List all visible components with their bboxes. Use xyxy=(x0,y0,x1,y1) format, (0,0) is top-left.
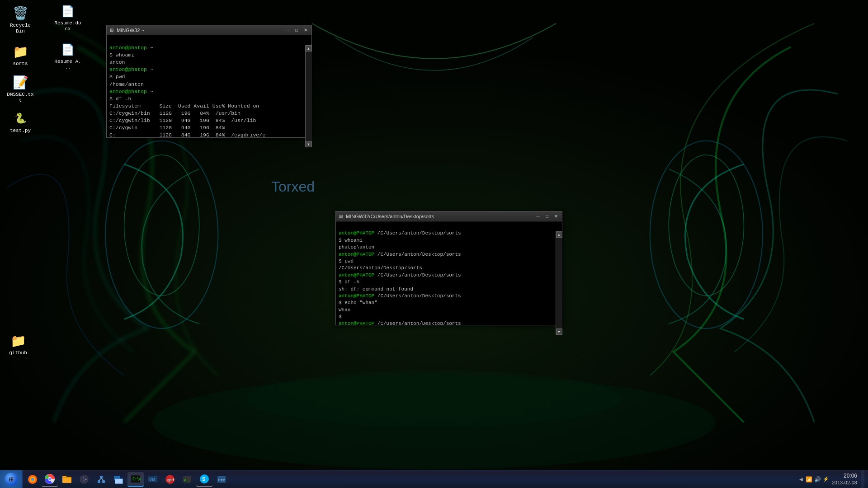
svg-line-24 xyxy=(101,479,104,480)
dnssec-icon[interactable]: 📝 DNSSEC.txt xyxy=(5,74,36,105)
svg-rect-21 xyxy=(102,480,105,483)
dnssec-img: 📝 xyxy=(13,75,28,90)
cygwin-scrollbar[interactable]: ▲ ▼ xyxy=(305,45,311,147)
systray-expand[interactable]: ◀ xyxy=(799,477,803,482)
systray-icons: 📶 🔊 ⚡ xyxy=(806,476,829,483)
start-button[interactable]: ⊞ xyxy=(0,470,23,488)
cygwin-minimize-button[interactable]: ─ xyxy=(283,27,292,34)
taskbar-git[interactable]: git xyxy=(162,472,178,487)
testpy-label: test.py xyxy=(10,128,31,134)
svg-rect-22 xyxy=(100,476,103,479)
cygwin-window-controls: ─ □ ✕ xyxy=(283,27,310,34)
desktop-icons: 🗑️ Recycle Bin 📁 sorts 📝 DNSSEC.txt 🐍 te… xyxy=(0,0,41,140)
cygwin-scroll-up[interactable]: ▲ xyxy=(306,45,312,52)
svg-text:S: S xyxy=(202,476,205,482)
taskbar-apps: C:\> VM git >_ S xyxy=(23,470,796,488)
taskbar-network[interactable] xyxy=(93,472,109,487)
cygwin-close-button[interactable]: ✕ xyxy=(302,27,310,34)
svg-point-13 xyxy=(48,478,51,480)
svg-rect-27 xyxy=(115,479,123,483)
svg-point-7 xyxy=(246,371,622,427)
testpy-img: 🐍 xyxy=(13,112,28,126)
mingw-scroll-track[interactable] xyxy=(556,238,562,328)
taskbar-skype[interactable]: S xyxy=(196,472,212,487)
svg-text:>_: >_ xyxy=(184,478,189,482)
taskbar: ⊞ xyxy=(0,470,868,488)
resume-docx-icon[interactable]: 📄 Resume.docx xyxy=(52,2,84,34)
taskbar-firefox[interactable] xyxy=(24,472,41,487)
mingw-title-text: ⊞ MINGW32/C/Users/anton/Desktop/sorts xyxy=(338,213,434,220)
mingw-maximize-button[interactable]: □ xyxy=(543,213,551,220)
svg-rect-20 xyxy=(98,480,100,483)
svg-line-23 xyxy=(99,479,101,480)
mingw-scroll-down[interactable]: ▼ xyxy=(556,328,562,335)
taskbar-vmware[interactable]: VM xyxy=(145,472,161,487)
resume-a-img: 📄 xyxy=(61,42,75,57)
cygwin-terminal-content[interactable]: anton@phatop ~ $ whoami anton anton@phat… xyxy=(107,35,311,137)
sorts-icon[interactable]: 📁 sorts xyxy=(5,43,36,69)
resume-a-icon[interactable]: 📄 Resume_A... xyxy=(52,41,84,72)
svg-text:git: git xyxy=(167,478,175,482)
taskbar-media[interactable] xyxy=(76,472,92,487)
taskbar-clock[interactable]: 20:06 2013-02-08 xyxy=(832,473,857,486)
cygwin-title-text: ⊞ MINGW32 ~ xyxy=(108,27,144,33)
svg-rect-16 xyxy=(62,477,71,478)
mingw-scroll-up[interactable]: ▲ xyxy=(556,231,562,238)
taskbar-chrome[interactable] xyxy=(42,472,58,487)
sorts-label: sorts xyxy=(13,61,28,67)
github-icon[interactable]: 📁 github xyxy=(2,332,34,358)
svg-point-19 xyxy=(83,478,85,481)
taskbar-terminal[interactable]: C:\> xyxy=(127,472,144,487)
svg-text:VM: VM xyxy=(149,477,156,482)
mingw-scrollbar[interactable]: ▲ ▼ xyxy=(556,231,562,335)
taskbar-systray: ◀ 📶 🔊 ⚡ 20:06 2013-02-08 xyxy=(796,470,868,488)
dnssec-label: DNSSEC.txt xyxy=(6,92,34,103)
svg-point-10 xyxy=(31,478,34,481)
cygwin-terminal[interactable]: ⊞ MINGW32 ~ ─ □ ✕ anton@phatop ~ $ whoam… xyxy=(106,25,312,138)
resume-docx-img: 📄 xyxy=(61,4,75,19)
cygwin-maximize-button[interactable]: □ xyxy=(292,27,301,34)
resume-docx-label: Resume.docx xyxy=(54,20,82,32)
show-desktop-button[interactable] xyxy=(861,470,864,488)
clock-date: 2013-02-08 xyxy=(832,479,857,486)
mingw-window-title: MINGW32/C/Users/anton/Desktop/sorts xyxy=(346,214,434,219)
mingw-terminal-content[interactable]: anton@PHATOP /C/Users/anton/Desktop/sort… xyxy=(336,221,562,325)
sorts-img: 📁 xyxy=(13,45,28,59)
mingw-window-controls: ─ □ ✕ xyxy=(534,213,560,220)
start-orb: ⊞ xyxy=(5,473,18,486)
cygwin-scroll-track[interactable] xyxy=(306,52,312,141)
testpy-icon[interactable]: 🐍 test.py xyxy=(5,110,36,136)
recycle-bin-label: Recycle Bin xyxy=(6,23,34,34)
resume-a-label: Resume_A... xyxy=(54,59,82,70)
cygwin-titlebar[interactable]: ⊞ MINGW32 ~ ─ □ ✕ xyxy=(107,25,311,35)
recycle-bin-icon[interactable]: 🗑️ Recycle Bin xyxy=(5,5,36,36)
taskbar-explorer[interactable] xyxy=(59,472,75,487)
mingw-close-button[interactable]: ✕ xyxy=(552,213,560,220)
taskbar-putty[interactable]: >_ xyxy=(179,472,195,487)
mingw-minimize-button[interactable]: ─ xyxy=(534,213,542,220)
recycle-bin-img: 🗑️ xyxy=(13,6,28,21)
github-img: 📁 xyxy=(11,334,25,348)
taskbar-ftp[interactable]: FTP xyxy=(213,472,230,487)
taskbar-remote-desktop[interactable] xyxy=(110,472,127,487)
systray-network-icon: 📶 xyxy=(806,476,812,483)
clock-time: 20:06 xyxy=(832,473,857,480)
systray-power-icon: ⚡ xyxy=(823,476,829,482)
cygwin-window-title: MINGW32 ~ xyxy=(117,28,144,33)
github-label: github xyxy=(9,350,27,356)
systray-volume-icon[interactable]: 🔊 xyxy=(814,476,821,483)
cygwin-scroll-down[interactable]: ▼ xyxy=(306,141,312,147)
mingw-titlebar[interactable]: ⊞ MINGW32/C/Users/anton/Desktop/sorts ─ … xyxy=(336,211,562,221)
svg-text:C:\>: C:\> xyxy=(132,477,141,481)
mingw-terminal[interactable]: ⊞ MINGW32/C/Users/anton/Desktop/sorts ─ … xyxy=(335,211,562,325)
svg-text:FTP: FTP xyxy=(218,478,225,482)
